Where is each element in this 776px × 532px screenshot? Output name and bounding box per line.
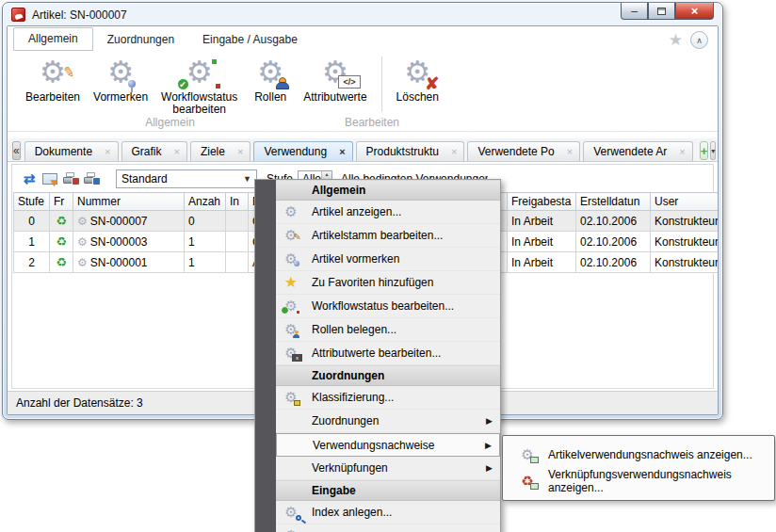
view-select[interactable]: Standard ▼: [116, 169, 257, 188]
gear-icon: ⚙: [77, 235, 88, 249]
ribbon-tab-bar: Allgemein Zuordnungen Eingabe / Ausgabe …: [8, 26, 718, 51]
close-tab-icon[interactable]: ×: [237, 146, 243, 157]
col-header-anzahl[interactable]: Anzah: [185, 193, 226, 211]
cell-stufe: 2: [14, 252, 50, 273]
menu-section-eingabe: Eingabe: [276, 480, 500, 501]
usage-refresh-icon: ♻: [56, 214, 67, 228]
tab-dokumente[interactable]: Dokumente ×: [24, 141, 119, 161]
view-select-value: Standard: [121, 172, 168, 185]
menu-item-verwendungsnachweise[interactable]: Verwendungsnachweise ▶: [276, 433, 500, 457]
add-tab-button[interactable]: +: [700, 141, 709, 160]
menu-item-artikel-anzeigen[interactable]: ⚙ Artikel anzeigen...: [276, 201, 500, 224]
col-header-erstelldatum[interactable]: Erstelldatun: [576, 193, 651, 211]
menu-item-index-anlegen[interactable]: ⚙ Index anlegen...: [276, 501, 500, 524]
tab-label: Verwendete Po: [477, 145, 554, 158]
cell-user: Konstrukteur1: [651, 252, 719, 273]
cell-fr: ♻: [50, 232, 73, 252]
menu-item-label: Klassifizierung...: [312, 391, 394, 404]
menu-item-zu-favoriten[interactable]: ★ Zu Favoriten hinzufügen: [276, 271, 500, 295]
close-tab-icon[interactable]: ×: [679, 146, 685, 157]
menu-item-artikelverwendungsnachweis[interactable]: ⚙ Artikelverwendungsnachweis anzeigen...: [512, 443, 774, 466]
cell-erstelldatum: 02.10.2006: [576, 211, 651, 232]
submenu-arrow-icon: ▶: [486, 463, 493, 473]
collapse-ribbon-button[interactable]: ∧: [690, 31, 708, 49]
cell-fr: ♻: [50, 252, 73, 273]
scroll-tabs-left-button[interactable]: «: [12, 141, 21, 160]
export-window-icon[interactable]: [42, 173, 57, 185]
menu-item-attributwerte-bearbeiten[interactable]: ⚙x Attributwerte bearbeiten...: [276, 342, 500, 365]
menu-item-artikel-vormerken[interactable]: ⚙ Artikel vormerken: [276, 248, 500, 271]
close-tab-icon[interactable]: ×: [451, 146, 457, 157]
tab-verwendung[interactable]: Verwendung ×: [253, 141, 352, 161]
button-label: Bearbeiten: [25, 91, 80, 104]
gear-attribute-icon: ⚙x: [282, 346, 300, 361]
col-header-freigabestatus[interactable]: Freigabesta: [508, 193, 576, 211]
col-header-nummer[interactable]: Nummer: [73, 193, 185, 211]
close-tab-icon[interactable]: ×: [174, 146, 180, 157]
minimize-button[interactable]: –: [621, 3, 648, 20]
cell-erstelldatum: 02.10.2006: [576, 252, 651, 273]
gear-person-icon: ⚙: [251, 55, 290, 90]
ribbon-tab-zuordnungen[interactable]: Zuordnungen: [93, 29, 188, 51]
group-label-bearbeiten: Bearbeiten: [339, 116, 405, 129]
usage-refresh-icon: ♻: [56, 255, 67, 269]
titlebar[interactable]: Artikel: SN-000007 – ×: [3, 3, 722, 24]
col-header-user[interactable]: User: [651, 193, 719, 211]
gear-classify-icon: ⚙: [282, 390, 300, 405]
gear-status-icon: ⚙: [282, 298, 300, 314]
restore-button[interactable]: [648, 3, 675, 20]
cell-user: Konstrukteur1: [651, 211, 719, 232]
ribbon-tab-eingabe-ausgabe[interactable]: Eingabe / Ausgabe: [188, 29, 312, 51]
tab-grafik[interactable]: Grafik ×: [121, 141, 187, 161]
tab-label: Grafik: [132, 145, 162, 158]
cell-in: [226, 211, 249, 232]
ribbon-tab-allgemein[interactable]: Allgemein: [13, 27, 93, 51]
button-label: Attributwerte: [303, 91, 366, 104]
print-red-icon[interactable]: [63, 172, 78, 185]
refresh-icon[interactable]: ⇄: [24, 170, 36, 187]
menu-section-allgemein: Allgemein: [276, 180, 500, 201]
print-blue-icon[interactable]: [84, 172, 99, 185]
menu-item-label: Zuordnungen: [312, 414, 379, 427]
gear-pin-icon: ⚙: [282, 251, 300, 266]
cell-erstelldatum: 02.10.2006: [576, 232, 651, 252]
menu-item-zuordnungen[interactable]: Zuordnungen ▶: [276, 410, 500, 433]
restore-icon: [657, 8, 666, 15]
tab-verwendete-ar[interactable]: Verwendete Ar ×: [583, 141, 693, 161]
star-icon: ★: [282, 275, 300, 290]
tab-label: Verwendung: [264, 145, 327, 158]
window-title: Artikel: SN-000007: [32, 8, 127, 22]
menu-item-workflowstatus-bearbeiten[interactable]: ⚙ Workflowstatus bearbeiten...: [276, 295, 500, 318]
gear-pencil-icon: ⚙✎: [282, 228, 300, 243]
menu-item-label: Artikelverwendungsnachweis anzeigen...: [548, 448, 752, 461]
menu-item-klassifizierung[interactable]: ⚙ Klassifizierung...: [276, 386, 500, 410]
menu-item-verknuepfungsverwendungsnachweis[interactable]: ♻ Verknüpfungsverwendungsnachweis anzeig…: [512, 470, 774, 492]
menu-item-artikelstamm-bearbeiten[interactable]: ⚙✎ Artikelstamm bearbeiten...: [276, 224, 500, 248]
gear-pencil-icon: ⚙✎: [33, 55, 73, 90]
tab-produktstruktur[interactable]: Produktstruktu ×: [356, 141, 465, 161]
close-tab-icon[interactable]: ×: [105, 146, 110, 157]
cell-stufe: 1: [14, 232, 50, 252]
tab-overflow-button[interactable]: ▾: [710, 141, 716, 160]
tab-label: Ziele: [201, 145, 225, 158]
menu-item-label: Verknüpfungen: [312, 461, 388, 475]
close-tab-icon[interactable]: ×: [567, 146, 573, 157]
col-header-in[interactable]: In: [226, 193, 249, 211]
context-menu-left-strip: [255, 180, 276, 532]
menu-item-label: Rollen belegen...: [312, 323, 396, 336]
menu-item-verknuepfungen[interactable]: Verknüpfungen ▶: [276, 457, 500, 480]
menu-item-rollen-belegen[interactable]: ⚙ Rollen belegen...: [276, 318, 500, 342]
cell-user: Konstrukteur1: [651, 232, 719, 252]
gear-magnifier-icon: ⚙: [282, 505, 300, 520]
tab-verwendete-po[interactable]: Verwendete Po ×: [467, 141, 580, 161]
cell-anzahl: 0: [185, 211, 226, 232]
col-header-stufe[interactable]: Stufe: [14, 193, 50, 211]
tab-ziele[interactable]: Ziele ×: [190, 141, 251, 161]
menu-item-partial[interactable]: ⚙: [276, 524, 500, 532]
col-header-fr[interactable]: Fr: [50, 193, 73, 211]
context-menu: Allgemein ⚙ Artikel anzeigen... ⚙✎ Artik…: [254, 179, 501, 532]
close-button[interactable]: ×: [675, 3, 714, 20]
favorite-star-icon[interactable]: ★: [669, 33, 683, 48]
cell-anzahl: 1: [185, 232, 226, 252]
close-tab-icon[interactable]: ×: [339, 146, 345, 157]
